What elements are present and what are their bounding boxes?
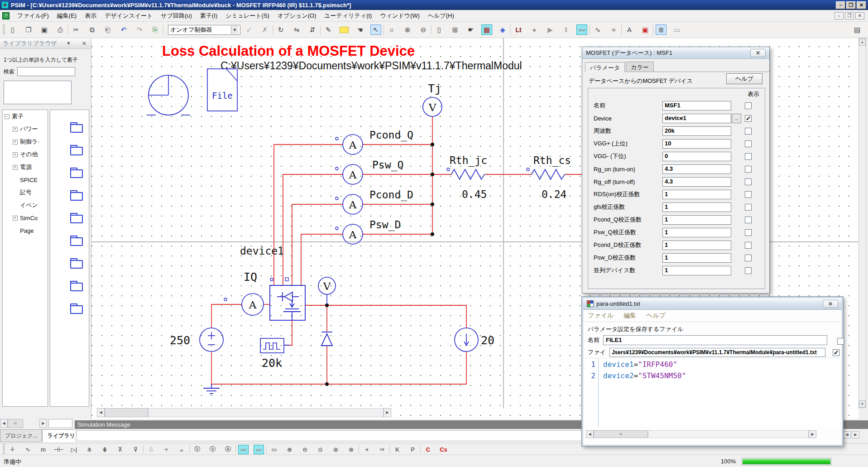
menu-item[interactable]: ヘルプ(H) <box>424 10 458 22</box>
flip-horizontal-icon[interactable]: ⇋ <box>291 24 302 35</box>
parameter-value-input[interactable]: 0 <box>662 152 731 161</box>
tree-item[interactable]: + その他 <box>3 148 48 161</box>
parameter-value-input[interactable]: 1 <box>662 228 731 237</box>
scroll-left-icon[interactable]: ◀ <box>586 430 594 438</box>
parameter-value-input[interactable]: 1 <box>662 241 731 250</box>
folder-icon[interactable] <box>70 260 83 269</box>
message-nav-right-icon[interactable]: ▶ <box>852 431 859 438</box>
parameter-editor[interactable]: 12 device1="IRFP460" device2="STW45NM50" <box>585 358 840 427</box>
new-file-icon[interactable]: ▯ <box>7 24 18 35</box>
display-checkbox[interactable] <box>745 229 752 236</box>
export-icon[interactable]: ▣ <box>640 24 651 35</box>
select-cursor-icon[interactable]: ↖ <box>370 24 381 35</box>
cancel-cross-icon[interactable]: ✗ <box>259 24 270 35</box>
element-dc-source-icon[interactable]: ⊕ <box>284 445 295 454</box>
tree-expander-icon[interactable]: + <box>13 127 18 132</box>
mdi-child-control[interactable]: – <box>834 12 844 19</box>
open-file-icon[interactable]: ❒ <box>23 24 34 35</box>
zoom-in-icon[interactable]: ⊕ <box>402 24 413 35</box>
element-thyristor2-icon[interactable]: ⋕ <box>100 445 110 454</box>
label-icon[interactable] <box>340 27 349 33</box>
canvas-vertical-scrollbar[interactable]: ▲ ▼ <box>858 38 866 408</box>
menu-item[interactable]: デザインスイート <box>101 10 157 22</box>
element-scope-icon[interactable]: 〰 <box>238 445 249 454</box>
editor-horizontal-scrollbar[interactable]: ◀ lll ▶ <box>586 430 816 438</box>
display-checkbox[interactable] <box>745 255 752 261</box>
element-cs-block-icon[interactable]: Cs <box>438 445 449 454</box>
scroll-right-icon[interactable]: ▶ <box>384 408 391 417</box>
window-cascade-icon[interactable]: ▤ <box>852 24 863 35</box>
menu-item[interactable]: 表示 <box>81 10 101 22</box>
apply-check-icon[interactable]: ✓ <box>244 24 254 35</box>
element-gate-icon[interactable]: ⫣ <box>361 445 372 454</box>
scroll-right-icon[interactable]: ▶ <box>39 419 47 428</box>
element-ammeter-icon[interactable]: Ⓐ <box>223 445 233 454</box>
zoom-icon[interactable]: ○ <box>386 24 397 35</box>
element-diode-icon[interactable]: ▷| <box>69 445 79 454</box>
lt-spice-icon[interactable]: Lt <box>513 24 524 35</box>
menu-item[interactable]: ファイル(F) <box>13 10 53 22</box>
onoff-controller-combo[interactable]: オンオフ制御器 ▼ <box>168 25 240 35</box>
parameter-value-input[interactable]: 1 <box>662 253 731 263</box>
curve-icon[interactable]: ∿ <box>592 24 603 35</box>
pause-icon[interactable]: ‖ <box>561 24 571 35</box>
element-probe2-icon[interactable]: ⫤ <box>377 445 387 454</box>
scroll-down-icon[interactable]: ▼ <box>859 400 866 408</box>
clock-element[interactable] <box>147 75 190 115</box>
file-path-input[interactable]: Jsers¥1239¥Documents¥work¥PSIM¥v11.1.7¥T… <box>609 348 825 357</box>
name-input[interactable]: FILE1 <box>603 335 827 345</box>
menu-item[interactable]: サブ回路(u) <box>157 10 196 22</box>
zoom-area-icon[interactable]: ⊞ <box>450 24 460 35</box>
tree-expander-icon[interactable]: + <box>13 152 18 157</box>
parameter-value-input[interactable]: 1 <box>662 190 731 199</box>
window-title-bar[interactable]: para-untitled1.txt ✕ <box>583 298 842 310</box>
library-browser-icon[interactable]: ≣ <box>656 24 667 35</box>
dialog-title-bar[interactable]: MOSFET (データベース) : MSF1 ✕ <box>582 47 769 59</box>
rotate-icon[interactable]: ↻ <box>275 24 286 35</box>
folder-icon[interactable] <box>70 192 83 201</box>
file-save-checkbox[interactable] <box>833 349 839 356</box>
tree-item[interactable]: 記号 <box>3 186 48 199</box>
fit-page-icon[interactable]: ▯ <box>434 24 445 35</box>
display-checkbox[interactable] <box>745 191 752 198</box>
element-pole-icon[interactable]: ⫟ <box>161 445 172 454</box>
element-p-block-icon[interactable]: P <box>408 445 418 454</box>
element-voltage-probe-icon[interactable]: Ⓥ <box>192 445 202 454</box>
folder-icon[interactable] <box>70 215 83 223</box>
maximize-button[interactable]: ❐ <box>846 1 856 9</box>
folder-icon[interactable] <box>70 147 83 155</box>
folder-icon[interactable] <box>70 169 83 178</box>
mosfet-device[interactable] <box>270 285 305 320</box>
freewheel-diode[interactable] <box>321 332 332 346</box>
search-results-list[interactable] <box>4 81 72 104</box>
scroll-left-icon[interactable]: ◀ <box>0 419 8 428</box>
element-mosfet-icon[interactable]: ⊽ <box>130 445 141 454</box>
element-igbt-icon[interactable]: ⊼ <box>115 445 125 454</box>
element-voltmeter-icon[interactable]: ⓥ <box>207 445 218 454</box>
display-checkbox[interactable] <box>745 153 752 160</box>
scroll-thumb[interactable] <box>105 408 148 417</box>
panel-close-icon[interactable]: ✕ <box>80 40 88 47</box>
tree-item[interactable]: Page <box>3 224 48 237</box>
display-checkbox[interactable] <box>745 140 752 147</box>
folder-icon[interactable] <box>70 237 83 246</box>
close-button[interactable]: ✕ <box>857 1 866 9</box>
ground-symbol[interactable] <box>203 384 220 394</box>
zoom-dynamic-icon[interactable]: ☛ <box>465 24 476 35</box>
file-element[interactable]: File <box>207 69 237 111</box>
tree-item[interactable]: + パワー <box>3 123 48 135</box>
element-square-source-icon[interactable]: ⊚ <box>331 445 341 454</box>
tree-expander-icon[interactable]: + <box>13 216 18 221</box>
display-checkbox[interactable] <box>745 166 752 173</box>
folder-icon[interactable] <box>70 305 83 314</box>
tree-expander-icon[interactable]: + <box>13 165 18 170</box>
parameter-value-input[interactable]: MSF1 <box>662 101 731 111</box>
combo-dropdown-arrow[interactable]: ▼ <box>231 26 238 34</box>
param-menu-item[interactable]: ヘルプ <box>646 312 666 320</box>
editor-checkbox[interactable] <box>837 338 844 345</box>
menu-item[interactable]: 素子(I) <box>196 10 221 22</box>
element-resistor-icon[interactable]: ∿ <box>23 445 33 454</box>
text-tool-icon[interactable]: A <box>624 24 635 35</box>
tree-expander-icon[interactable]: − <box>5 114 10 119</box>
panel-dropdown-icon[interactable]: ▼ <box>64 41 72 46</box>
